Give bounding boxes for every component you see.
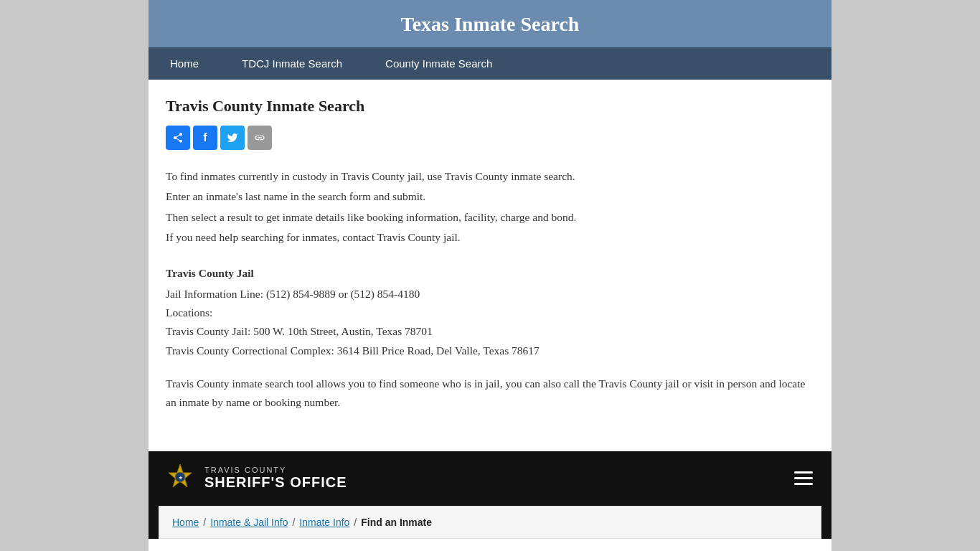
jail-location-2: Travis County Correctional Complex: 3614… — [166, 342, 814, 360]
social-buttons: f — [166, 126, 814, 150]
hamburger-line-2 — [794, 477, 813, 479]
jail-title: Travis County Jail — [166, 264, 814, 283]
nav-item-tdcj[interactable]: TDCJ Inmate Search — [220, 47, 364, 80]
description-block: To find inmates currently in custody in … — [166, 167, 814, 247]
find-inmate-section: Find an Inmate — [149, 539, 831, 551]
hamburger-line-1 — [794, 471, 813, 474]
tool-description: Travis County inmate search tool allows … — [166, 375, 814, 413]
site-title: Texas Inmate Search — [401, 13, 580, 35]
desc-line-4: If you need help searching for inmates, … — [166, 228, 814, 247]
page-content: Travis County Inmate Search f — [149, 80, 831, 451]
breadcrumb-sep-2: / — [292, 517, 295, 528]
copy-link-button[interactable] — [248, 126, 272, 150]
sheriff-text: TRAVIS COUNTY SHERIFF'S OFFICE — [204, 466, 347, 491]
sheriff-office: SHERIFF'S OFFICE — [204, 474, 347, 491]
site-header: Texas Inmate Search — [149, 0, 831, 47]
breadcrumb-inmate-jail[interactable]: Inmate & Jail Info — [210, 517, 288, 528]
sheriff-badge-icon: ★ — [163, 461, 197, 496]
hamburger-menu-button[interactable] — [790, 467, 817, 489]
jail-info-block: Travis County Jail Jail Information Line… — [166, 264, 814, 360]
nav-item-county[interactable]: County Inmate Search — [364, 47, 514, 80]
twitter-button[interactable] — [220, 126, 245, 150]
breadcrumb-sep-3: / — [354, 517, 357, 528]
share-button[interactable] — [166, 126, 190, 150]
facebook-button[interactable]: f — [193, 126, 217, 150]
jail-phone: Jail Information Line: (512) 854-9889 or… — [166, 285, 814, 303]
sheriff-county: TRAVIS COUNTY — [204, 466, 347, 474]
desc-line-2: Enter an inmate's last name in the searc… — [166, 187, 814, 206]
hamburger-line-3 — [794, 483, 813, 485]
jail-location-1: Travis County Jail: 500 W. 10th Street, … — [166, 322, 814, 341]
page-heading: Travis County Inmate Search — [166, 97, 814, 116]
breadcrumb: Home / Inmate & Jail Info / Inmate Info … — [159, 506, 821, 539]
desc-line-1: To find inmates currently in custody in … — [166, 167, 814, 186]
sheriff-logo: ★ TRAVIS COUNTY SHERIFF'S OFFICE — [163, 461, 347, 496]
desc-line-3: Then select a result to get inmate detai… — [166, 208, 814, 227]
breadcrumb-inmate-info[interactable]: Inmate Info — [299, 517, 349, 528]
jail-locations-label: Locations: — [166, 303, 814, 322]
sheriff-header: ★ TRAVIS COUNTY SHERIFF'S OFFICE — [149, 451, 831, 506]
breadcrumb-current: Find an Inmate — [361, 517, 432, 528]
sheriff-embed: ★ TRAVIS COUNTY SHERIFF'S OFFICE Home / — [149, 451, 831, 551]
breadcrumb-home[interactable]: Home — [172, 517, 199, 528]
breadcrumb-sep-1: / — [203, 517, 206, 528]
nav-item-home[interactable]: Home — [149, 47, 220, 80]
nav-bar: Home TDCJ Inmate Search County Inmate Se… — [149, 47, 831, 80]
